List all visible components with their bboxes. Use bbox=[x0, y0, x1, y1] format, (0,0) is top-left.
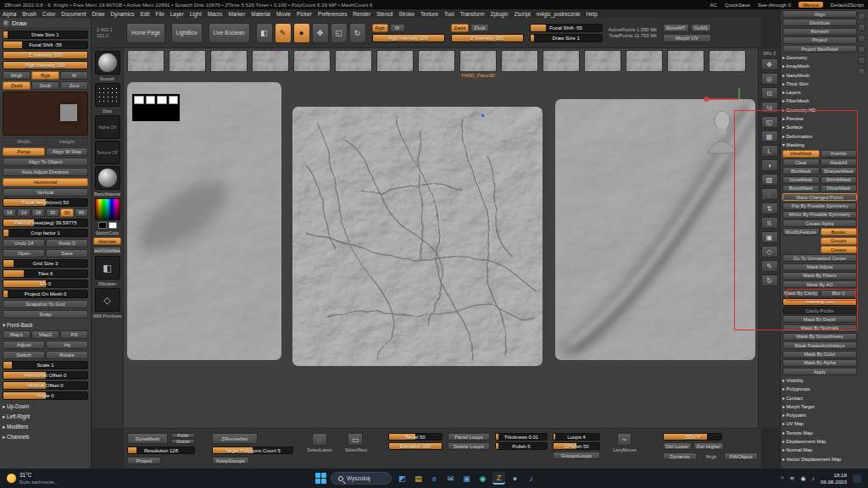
panel-button[interactable]: ▸ Modifiers bbox=[3, 422, 88, 430]
tool-palette-button[interactable]: ▸ Geometry bbox=[782, 53, 857, 61]
tool-palette-button[interactable]: ▸ Surface bbox=[782, 124, 857, 131]
panel-row[interactable]: Mrgb Rgb M bbox=[3, 71, 88, 80]
tool-palette-button[interactable]: Create Alpha bbox=[782, 219, 857, 227]
tool-palette-button[interactable]: ▸ Preview bbox=[782, 115, 857, 123]
panel-slider[interactable]: Horizontal Offset 0 bbox=[3, 371, 88, 380]
tool-palette-button[interactable]: Project BasRelief bbox=[782, 45, 857, 53]
gom-button[interactable]: GoM1 bbox=[691, 24, 711, 32]
tool-palette-row[interactable]: Mask By Normals bbox=[782, 324, 857, 332]
tool-palette-button[interactable]: Project bbox=[782, 36, 857, 44]
draw-icon[interactable]: ● bbox=[293, 23, 310, 43]
transp-icon[interactable]: ▨ bbox=[761, 174, 778, 186]
frame-icon[interactable]: ▣ bbox=[761, 231, 778, 243]
tool-palette-row[interactable]: ▸ Displacement Map bbox=[782, 438, 857, 446]
panel-row[interactable]: ▸ Left-Right bbox=[3, 412, 88, 420]
menu-item[interactable]: Document bbox=[61, 11, 86, 17]
tool-palette-button[interactable]: ▸ UV Map bbox=[782, 420, 857, 428]
tool-palette-button[interactable]: ▸ Normal Map bbox=[782, 446, 857, 454]
tool-palette-button[interactable]: Mask Adjust bbox=[782, 263, 857, 271]
menu-item[interactable]: Macro bbox=[208, 11, 223, 17]
tool-palette-button[interactable]: Blur 2 bbox=[821, 290, 858, 297]
panel-row[interactable]: Angle 0 bbox=[3, 391, 88, 400]
tool-palette-button[interactable]: ▸ Polypaint bbox=[782, 412, 857, 419]
panel-button[interactable]: 28 bbox=[31, 208, 45, 217]
panel-slider[interactable]: Field of view(deg) 39.59775 bbox=[3, 219, 88, 227]
tool-palette-row[interactable]: ▸ Visibility bbox=[782, 376, 857, 384]
current-material-thumbnail[interactable] bbox=[95, 166, 120, 190]
lightbox-button[interactable]: LightBox bbox=[171, 23, 203, 43]
menu-item[interactable]: Stencil bbox=[376, 11, 392, 17]
panel-row[interactable]: Rgb Intensity 100 bbox=[3, 61, 88, 69]
panel-slider[interactable]: Elv 0 bbox=[3, 280, 88, 288]
tool-palette-button[interactable]: Mask PeaksAndValleys bbox=[782, 341, 857, 349]
dock-icon[interactable] bbox=[858, 35, 865, 42]
elevation-slider[interactable]: Elevation 100 bbox=[388, 442, 442, 450]
panel-row[interactable]: Snap bbox=[3, 310, 88, 319]
panel-button[interactable]: Align W Step bbox=[46, 147, 88, 156]
tool-palette-row[interactable]: Mask By Cavity Blur 2 bbox=[782, 290, 857, 297]
tool-palette-row[interactable]: Mirror By Posable Symmetry bbox=[782, 211, 857, 219]
tool-palette-row[interactable]: Cavity Profile bbox=[782, 307, 857, 314]
bevel-slider[interactable]: Bevel 50 bbox=[388, 433, 442, 441]
store-mt-button[interactable]: StoreMT bbox=[663, 24, 689, 32]
menus-button[interactable]: Menus bbox=[798, 2, 823, 8]
menu-item[interactable]: Edit bbox=[140, 11, 149, 17]
stroke-preview[interactable] bbox=[3, 92, 88, 136]
panel-slider[interactable]: Draw Size 1 bbox=[3, 30, 88, 39]
tool-palette-button[interactable]: ▸ Geometry HD bbox=[782, 106, 857, 114]
tool-thumbnail[interactable] bbox=[626, 50, 663, 79]
thickness-slider[interactable]: Thickness 0.01 bbox=[495, 433, 548, 441]
tool-palette-row[interactable]: ▸ Vector Displacement Map bbox=[782, 455, 857, 463]
tool-palette-button[interactable]: Go To Unmasked Center bbox=[782, 254, 857, 262]
tool-palette-row[interactable]: Clear MaskAll bbox=[782, 158, 857, 166]
tool-palette-row[interactable]: ▸ Polygroups bbox=[782, 385, 857, 393]
tool-palette-button[interactable]: DiluteMask bbox=[821, 185, 858, 192]
widgets-icon[interactable]: ◩ bbox=[396, 472, 409, 485]
tool-palette-button[interactable]: Mask By Fibers bbox=[782, 272, 857, 280]
panel-button[interactable]: 85 bbox=[75, 208, 88, 217]
home-page-button[interactable]: Home Page bbox=[126, 23, 165, 43]
menu-item[interactable]: Color bbox=[42, 11, 55, 17]
panel-loops-button[interactable]: Panel Loops bbox=[448, 433, 490, 441]
sculpt-planes[interactable] bbox=[124, 80, 758, 428]
panel-button[interactable]: Map2 bbox=[31, 330, 59, 339]
tool-palette-button[interactable]: Crease bbox=[821, 246, 858, 253]
z-intensity-slider[interactable]: Z Intensity 100 bbox=[451, 34, 524, 42]
tool-palette-button[interactable]: Mask By Smoothness bbox=[782, 333, 857, 341]
menu-item[interactable]: Texture bbox=[420, 11, 438, 17]
resolution-slider[interactable]: Resolution 128 bbox=[127, 446, 195, 454]
panel-row[interactable]: Draw Size 1 bbox=[3, 30, 88, 39]
panel-button[interactable]: 18 bbox=[3, 208, 16, 217]
tool-palette-button[interactable]: ViewMask bbox=[782, 150, 820, 158]
menu-item[interactable]: Brush bbox=[22, 11, 36, 17]
imm-primitives-thumbnail[interactable]: ◇ bbox=[95, 288, 120, 312]
loops-slider[interactable]: Loops 4 bbox=[553, 433, 600, 441]
panel-slider[interactable]: Focal Shift -55 bbox=[3, 41, 88, 49]
gizmo-origin[interactable] bbox=[704, 97, 709, 102]
tool-thumbnail[interactable] bbox=[335, 50, 372, 79]
panel-button[interactable]: Fill bbox=[60, 330, 88, 339]
xpose-icon[interactable]: ⇅ bbox=[761, 202, 778, 214]
panel-row[interactable]: Open Save bbox=[3, 249, 88, 258]
panel-button[interactable]: Rgb bbox=[31, 71, 59, 80]
panel-row[interactable]: ▸ Modifiers bbox=[3, 422, 88, 430]
tool-palette-row[interactable]: ▸ FiberMesh bbox=[782, 97, 857, 105]
aa-half-icon[interactable]: ½ bbox=[761, 102, 778, 114]
panel-row[interactable]: Grid Size 3 bbox=[3, 259, 88, 268]
tool-thumbnail[interactable] bbox=[169, 50, 206, 79]
mirror-icon[interactable]: ◧ bbox=[256, 23, 273, 43]
tool-palette-button[interactable]: MaskAll bbox=[821, 158, 858, 166]
panel-button[interactable]: 35 bbox=[46, 208, 59, 217]
tool-palette-button[interactable]: Cavity Profile bbox=[782, 307, 857, 314]
photos-icon[interactable]: ◉ bbox=[476, 472, 489, 485]
del-higher-button[interactable]: Del Higher bbox=[693, 442, 724, 450]
lsym-icon[interactable]: ◑ bbox=[761, 159, 778, 171]
keepgroups-toggle[interactable]: KeepGroups bbox=[212, 457, 249, 464]
dynamesh-groups-toggle[interactable]: Groups bbox=[171, 439, 195, 444]
menu-item[interactable]: Marker bbox=[228, 11, 245, 17]
panel-button[interactable]: Undo 14 bbox=[3, 239, 45, 247]
tool-palette-button[interactable]: BlurMask bbox=[782, 167, 820, 175]
color-picker[interactable] bbox=[95, 198, 120, 220]
menu-item[interactable]: Alpha bbox=[3, 11, 16, 17]
panel-button[interactable]: Snap bbox=[3, 310, 88, 319]
